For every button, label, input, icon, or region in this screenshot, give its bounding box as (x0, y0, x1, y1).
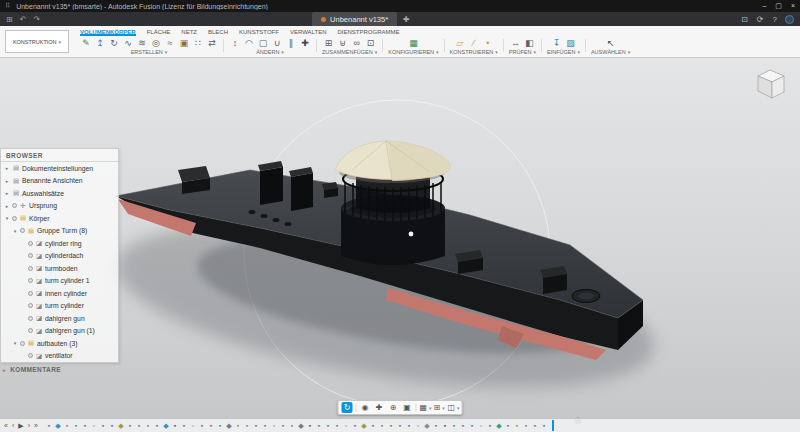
browser-item-dahlgren-gun[interactable]: ◪dahlgren gun (1, 312, 118, 325)
timeline-feature-24[interactable]: ▪ (261, 419, 269, 432)
timeline-feature-42[interactable]: ◆ (423, 419, 431, 432)
fillet-icon[interactable]: ◠ (243, 37, 255, 49)
look-at-icon[interactable]: ◉ (360, 402, 371, 413)
timeline-feature-8[interactable]: ◆ (117, 419, 125, 432)
browser-item-ursprung[interactable]: ▸✛Ursprung (1, 200, 118, 213)
loft-icon[interactable]: ≋ (136, 37, 148, 49)
offset-plane-icon[interactable]: ▱ (454, 37, 466, 49)
viewport-canvas[interactable]: BROWSER ▸▤Dokumenteinstellungen▸▤Benannt… (0, 58, 800, 432)
comments-panel-header[interactable]: KOMMENTARE (3, 366, 61, 373)
expand-arrow-icon[interactable]: ▸ (4, 203, 10, 209)
visibility-bulb-icon[interactable] (28, 253, 33, 258)
expand-arrow-icon[interactable]: ▸ (4, 190, 10, 196)
timeline-feature-22[interactable]: ▪ (243, 419, 251, 432)
ribbon-group-label[interactable]: ÄNDERN (256, 49, 284, 55)
browser-item-gruppe-turm-8[interactable]: ▾▤Gruppe Turm (8) (1, 225, 118, 238)
timeline-feature-40[interactable]: ▪ (405, 419, 413, 432)
sweep-icon[interactable]: ∿ (122, 37, 134, 49)
timeline-feature-38[interactable]: ▪ (387, 419, 395, 432)
app-grid-icon[interactable]: ⠿ (5, 2, 10, 10)
timeline-feature-16[interactable]: ▫ (189, 419, 197, 432)
thread-icon[interactable]: ≈ (164, 37, 176, 49)
visibility-bulb-icon[interactable] (28, 303, 33, 308)
ribbon-group-label[interactable]: KONFIGURIEREN (388, 49, 438, 55)
timeline-feature-12[interactable]: ▪ (153, 419, 161, 432)
step-forward-button[interactable]: › (28, 422, 30, 430)
timeline-feature-36[interactable]: ▪ (369, 419, 377, 432)
timeline-track[interactable]: ▪◆▪▪▪▫▪▪◆▪▪▪▪◆▪▪▫▪▪▪◆▪▪▪▪▫▪▪◆▪▪▪▪▫▪◆▪▪▪▪… (45, 419, 796, 432)
model-viewport[interactable] (0, 58, 800, 432)
expand-arrow-icon[interactable]: ▾ (4, 215, 10, 221)
user-avatar[interactable] (785, 15, 794, 24)
timeline-feature-53[interactable]: ▪ (522, 419, 530, 432)
timeline-feature-10[interactable]: ▪ (135, 419, 143, 432)
minimize-button[interactable]: – (762, 2, 766, 10)
pan-icon[interactable]: ✚ (374, 402, 385, 413)
visibility-bulb-icon[interactable] (28, 291, 33, 296)
offset-face-icon[interactable]: ∥ (285, 37, 297, 49)
ribbon-tab-netz[interactable]: NETZ (181, 29, 197, 36)
visibility-bulb-icon[interactable] (20, 228, 25, 233)
visibility-bulb-icon[interactable] (12, 203, 17, 208)
mirror-icon[interactable]: ⇄ (206, 37, 218, 49)
timeline-feature-26[interactable]: ▪ (279, 419, 287, 432)
timeline-feature-31[interactable]: ▪ (324, 419, 332, 432)
hole-icon[interactable]: ◎ (150, 37, 162, 49)
timeline-feature-25[interactable]: ▫ (270, 419, 278, 432)
new-component-icon[interactable]: ⊞ (323, 37, 335, 49)
timeline-feature-23[interactable]: ▪ (252, 419, 260, 432)
section-analysis-icon[interactable]: ◧ (523, 37, 535, 49)
select-icon[interactable]: ↖ (605, 37, 617, 49)
timeline-feature-41[interactable]: ▫ (414, 419, 422, 432)
browser-item-cylinderdach[interactable]: ◪cylinderdach (1, 250, 118, 263)
timeline-feature-13[interactable]: ◆ (162, 419, 170, 432)
construction-axis-icon[interactable]: ∕ (468, 37, 480, 49)
visibility-bulb-icon[interactable] (28, 241, 33, 246)
timeline-feature-52[interactable]: ▪ (513, 419, 521, 432)
browser-item-dahlgren-gun-1[interactable]: ◪dahlgren gun (1) (1, 325, 118, 338)
browser-item-benannte-ansichten[interactable]: ▸▤Benannte Ansichten (1, 175, 118, 188)
new-sketch-icon[interactable]: ✎ (80, 37, 92, 49)
timeline-feature-49[interactable]: ▪ (486, 419, 494, 432)
view-cube[interactable] (748, 64, 792, 108)
turret-canopy[interactable] (336, 141, 451, 183)
timeline-feature-4[interactable]: ▪ (81, 419, 89, 432)
ribbon-group-label[interactable]: EINFÜGEN (547, 49, 580, 55)
combine-icon[interactable]: ∪ (271, 37, 283, 49)
ribbon-group-label[interactable]: ERSTELLEN (131, 49, 168, 55)
browser-item-körper[interactable]: ▾▤Körper (1, 212, 118, 225)
timeline-feature-32[interactable]: ▪ (333, 419, 341, 432)
display-settings-icon[interactable]: ▦ (420, 402, 431, 413)
orbit-icon[interactable]: ↻ (342, 402, 353, 413)
timeline-feature-43[interactable]: ▪ (432, 419, 440, 432)
expand-arrow-icon[interactable]: ▸ (4, 165, 10, 171)
timeline-feature-48[interactable]: ▫ (477, 419, 485, 432)
browser-panel-header[interactable]: BROWSER (1, 149, 118, 162)
timeline-feature-30[interactable]: ▪ (315, 419, 323, 432)
zoom-icon[interactable]: ⊕ (388, 402, 399, 413)
visibility-bulb-icon[interactable] (28, 353, 33, 358)
press-pull-icon[interactable]: ↕ (229, 37, 241, 49)
configuration-table-icon[interactable]: ▦ (407, 37, 419, 49)
timeline-feature-27[interactable]: ▪ (288, 419, 296, 432)
new-tab-button[interactable]: ✚ (403, 15, 410, 24)
viewports-icon[interactable]: ◫ (448, 402, 459, 413)
move-copy-icon[interactable]: ✚ (299, 37, 311, 49)
timeline-feature-46[interactable]: ▪ (459, 419, 467, 432)
timeline-feature-18[interactable]: ▪ (207, 419, 215, 432)
timeline-feature-11[interactable]: ▪ (144, 419, 152, 432)
browser-item-aufbauten-3[interactable]: ▾▤aufbauten (3) (1, 337, 118, 350)
timeline-feature-35[interactable]: ◆ (360, 419, 368, 432)
timeline-feature-28[interactable]: ◆ (297, 419, 305, 432)
browser-item-turm-cylinder[interactable]: ◪turm cylinder (1, 300, 118, 313)
timeline-marker[interactable] (552, 420, 554, 431)
document-tab[interactable]: Unbenannt v135* (312, 12, 397, 26)
timeline-feature-47[interactable]: ▪ (468, 419, 476, 432)
timeline-feature-29[interactable]: ▪ (306, 419, 314, 432)
join-icon[interactable]: ⊎ (337, 37, 349, 49)
timeline-feature-17[interactable]: ▪ (198, 419, 206, 432)
ribbon-tab-fläche[interactable]: FLÄCHE (147, 29, 171, 36)
timeline-feature-20[interactable]: ◆ (225, 419, 233, 432)
timeline-feature-45[interactable]: ▪ (450, 419, 458, 432)
timeline-feature-39[interactable]: ▪ (396, 419, 404, 432)
